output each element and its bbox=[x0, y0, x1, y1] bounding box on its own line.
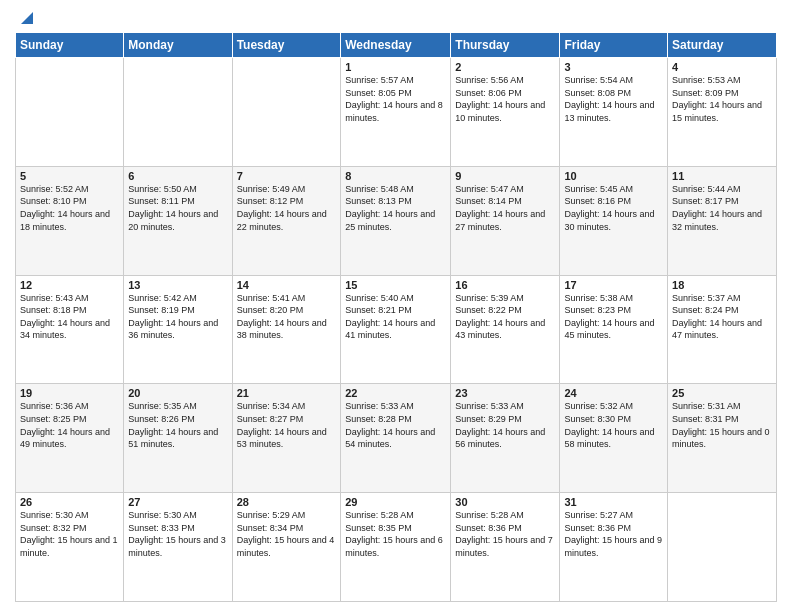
day-number: 24 bbox=[564, 387, 663, 399]
day-number: 4 bbox=[672, 61, 772, 73]
calendar-cell: 5Sunrise: 5:52 AM Sunset: 8:10 PM Daylig… bbox=[16, 166, 124, 275]
calendar-table: SundayMondayTuesdayWednesdayThursdayFrid… bbox=[15, 32, 777, 602]
calendar-cell: 19Sunrise: 5:36 AM Sunset: 8:25 PM Dayli… bbox=[16, 384, 124, 493]
day-number: 21 bbox=[237, 387, 337, 399]
calendar-cell: 24Sunrise: 5:32 AM Sunset: 8:30 PM Dayli… bbox=[560, 384, 668, 493]
day-info: Sunrise: 5:49 AM Sunset: 8:12 PM Dayligh… bbox=[237, 183, 337, 233]
day-number: 12 bbox=[20, 279, 119, 291]
day-info: Sunrise: 5:30 AM Sunset: 8:32 PM Dayligh… bbox=[20, 509, 119, 559]
day-info: Sunrise: 5:56 AM Sunset: 8:06 PM Dayligh… bbox=[455, 74, 555, 124]
day-info: Sunrise: 5:45 AM Sunset: 8:16 PM Dayligh… bbox=[564, 183, 663, 233]
day-info: Sunrise: 5:53 AM Sunset: 8:09 PM Dayligh… bbox=[672, 74, 772, 124]
day-number: 25 bbox=[672, 387, 772, 399]
calendar-page: SundayMondayTuesdayWednesdayThursdayFrid… bbox=[0, 0, 792, 612]
day-number: 3 bbox=[564, 61, 663, 73]
calendar-cell: 7Sunrise: 5:49 AM Sunset: 8:12 PM Daylig… bbox=[232, 166, 341, 275]
day-number: 15 bbox=[345, 279, 446, 291]
calendar-cell: 4Sunrise: 5:53 AM Sunset: 8:09 PM Daylig… bbox=[668, 58, 777, 167]
calendar-cell bbox=[124, 58, 232, 167]
weekday-header-thursday: Thursday bbox=[451, 33, 560, 58]
day-info: Sunrise: 5:30 AM Sunset: 8:33 PM Dayligh… bbox=[128, 509, 227, 559]
calendar-cell: 3Sunrise: 5:54 AM Sunset: 8:08 PM Daylig… bbox=[560, 58, 668, 167]
day-number: 8 bbox=[345, 170, 446, 182]
day-info: Sunrise: 5:29 AM Sunset: 8:34 PM Dayligh… bbox=[237, 509, 337, 559]
weekday-header-wednesday: Wednesday bbox=[341, 33, 451, 58]
day-info: Sunrise: 5:50 AM Sunset: 8:11 PM Dayligh… bbox=[128, 183, 227, 233]
day-info: Sunrise: 5:39 AM Sunset: 8:22 PM Dayligh… bbox=[455, 292, 555, 342]
day-number: 13 bbox=[128, 279, 227, 291]
calendar-cell: 2Sunrise: 5:56 AM Sunset: 8:06 PM Daylig… bbox=[451, 58, 560, 167]
header bbox=[15, 10, 777, 26]
day-number: 22 bbox=[345, 387, 446, 399]
day-info: Sunrise: 5:37 AM Sunset: 8:24 PM Dayligh… bbox=[672, 292, 772, 342]
day-number: 6 bbox=[128, 170, 227, 182]
logo-icon bbox=[17, 10, 33, 26]
day-info: Sunrise: 5:44 AM Sunset: 8:17 PM Dayligh… bbox=[672, 183, 772, 233]
svg-marker-0 bbox=[21, 12, 33, 24]
calendar-cell: 8Sunrise: 5:48 AM Sunset: 8:13 PM Daylig… bbox=[341, 166, 451, 275]
day-info: Sunrise: 5:28 AM Sunset: 8:36 PM Dayligh… bbox=[455, 509, 555, 559]
day-info: Sunrise: 5:54 AM Sunset: 8:08 PM Dayligh… bbox=[564, 74, 663, 124]
calendar-cell: 21Sunrise: 5:34 AM Sunset: 8:27 PM Dayli… bbox=[232, 384, 341, 493]
calendar-header-row: SundayMondayTuesdayWednesdayThursdayFrid… bbox=[16, 33, 777, 58]
day-info: Sunrise: 5:41 AM Sunset: 8:20 PM Dayligh… bbox=[237, 292, 337, 342]
day-number: 14 bbox=[237, 279, 337, 291]
day-number: 31 bbox=[564, 496, 663, 508]
calendar-cell: 1Sunrise: 5:57 AM Sunset: 8:05 PM Daylig… bbox=[341, 58, 451, 167]
calendar-cell: 15Sunrise: 5:40 AM Sunset: 8:21 PM Dayli… bbox=[341, 275, 451, 384]
calendar-cell: 27Sunrise: 5:30 AM Sunset: 8:33 PM Dayli… bbox=[124, 493, 232, 602]
day-info: Sunrise: 5:36 AM Sunset: 8:25 PM Dayligh… bbox=[20, 400, 119, 450]
logo bbox=[15, 10, 33, 26]
day-info: Sunrise: 5:47 AM Sunset: 8:14 PM Dayligh… bbox=[455, 183, 555, 233]
day-info: Sunrise: 5:48 AM Sunset: 8:13 PM Dayligh… bbox=[345, 183, 446, 233]
day-info: Sunrise: 5:32 AM Sunset: 8:30 PM Dayligh… bbox=[564, 400, 663, 450]
day-number: 20 bbox=[128, 387, 227, 399]
calendar-cell: 13Sunrise: 5:42 AM Sunset: 8:19 PM Dayli… bbox=[124, 275, 232, 384]
calendar-week-row: 5Sunrise: 5:52 AM Sunset: 8:10 PM Daylig… bbox=[16, 166, 777, 275]
day-number: 16 bbox=[455, 279, 555, 291]
calendar-cell: 30Sunrise: 5:28 AM Sunset: 8:36 PM Dayli… bbox=[451, 493, 560, 602]
day-info: Sunrise: 5:31 AM Sunset: 8:31 PM Dayligh… bbox=[672, 400, 772, 450]
day-number: 17 bbox=[564, 279, 663, 291]
day-number: 1 bbox=[345, 61, 446, 73]
calendar-week-row: 26Sunrise: 5:30 AM Sunset: 8:32 PM Dayli… bbox=[16, 493, 777, 602]
calendar-cell: 9Sunrise: 5:47 AM Sunset: 8:14 PM Daylig… bbox=[451, 166, 560, 275]
day-info: Sunrise: 5:42 AM Sunset: 8:19 PM Dayligh… bbox=[128, 292, 227, 342]
calendar-cell: 29Sunrise: 5:28 AM Sunset: 8:35 PM Dayli… bbox=[341, 493, 451, 602]
calendar-cell: 17Sunrise: 5:38 AM Sunset: 8:23 PM Dayli… bbox=[560, 275, 668, 384]
day-info: Sunrise: 5:28 AM Sunset: 8:35 PM Dayligh… bbox=[345, 509, 446, 559]
calendar-cell: 31Sunrise: 5:27 AM Sunset: 8:36 PM Dayli… bbox=[560, 493, 668, 602]
day-info: Sunrise: 5:52 AM Sunset: 8:10 PM Dayligh… bbox=[20, 183, 119, 233]
calendar-week-row: 1Sunrise: 5:57 AM Sunset: 8:05 PM Daylig… bbox=[16, 58, 777, 167]
calendar-cell: 25Sunrise: 5:31 AM Sunset: 8:31 PM Dayli… bbox=[668, 384, 777, 493]
day-number: 29 bbox=[345, 496, 446, 508]
calendar-cell: 12Sunrise: 5:43 AM Sunset: 8:18 PM Dayli… bbox=[16, 275, 124, 384]
day-info: Sunrise: 5:40 AM Sunset: 8:21 PM Dayligh… bbox=[345, 292, 446, 342]
day-number: 23 bbox=[455, 387, 555, 399]
calendar-cell: 16Sunrise: 5:39 AM Sunset: 8:22 PM Dayli… bbox=[451, 275, 560, 384]
weekday-header-friday: Friday bbox=[560, 33, 668, 58]
calendar-cell: 18Sunrise: 5:37 AM Sunset: 8:24 PM Dayli… bbox=[668, 275, 777, 384]
calendar-cell: 14Sunrise: 5:41 AM Sunset: 8:20 PM Dayli… bbox=[232, 275, 341, 384]
calendar-cell: 26Sunrise: 5:30 AM Sunset: 8:32 PM Dayli… bbox=[16, 493, 124, 602]
day-number: 9 bbox=[455, 170, 555, 182]
calendar-week-row: 19Sunrise: 5:36 AM Sunset: 8:25 PM Dayli… bbox=[16, 384, 777, 493]
day-number: 26 bbox=[20, 496, 119, 508]
calendar-cell: 10Sunrise: 5:45 AM Sunset: 8:16 PM Dayli… bbox=[560, 166, 668, 275]
day-info: Sunrise: 5:43 AM Sunset: 8:18 PM Dayligh… bbox=[20, 292, 119, 342]
day-number: 30 bbox=[455, 496, 555, 508]
calendar-week-row: 12Sunrise: 5:43 AM Sunset: 8:18 PM Dayli… bbox=[16, 275, 777, 384]
weekday-header-tuesday: Tuesday bbox=[232, 33, 341, 58]
day-number: 11 bbox=[672, 170, 772, 182]
calendar-cell: 6Sunrise: 5:50 AM Sunset: 8:11 PM Daylig… bbox=[124, 166, 232, 275]
day-info: Sunrise: 5:38 AM Sunset: 8:23 PM Dayligh… bbox=[564, 292, 663, 342]
day-number: 19 bbox=[20, 387, 119, 399]
calendar-cell: 11Sunrise: 5:44 AM Sunset: 8:17 PM Dayli… bbox=[668, 166, 777, 275]
calendar-cell bbox=[668, 493, 777, 602]
calendar-cell: 22Sunrise: 5:33 AM Sunset: 8:28 PM Dayli… bbox=[341, 384, 451, 493]
day-info: Sunrise: 5:34 AM Sunset: 8:27 PM Dayligh… bbox=[237, 400, 337, 450]
day-info: Sunrise: 5:33 AM Sunset: 8:28 PM Dayligh… bbox=[345, 400, 446, 450]
calendar-cell bbox=[16, 58, 124, 167]
day-number: 2 bbox=[455, 61, 555, 73]
calendar-cell: 20Sunrise: 5:35 AM Sunset: 8:26 PM Dayli… bbox=[124, 384, 232, 493]
